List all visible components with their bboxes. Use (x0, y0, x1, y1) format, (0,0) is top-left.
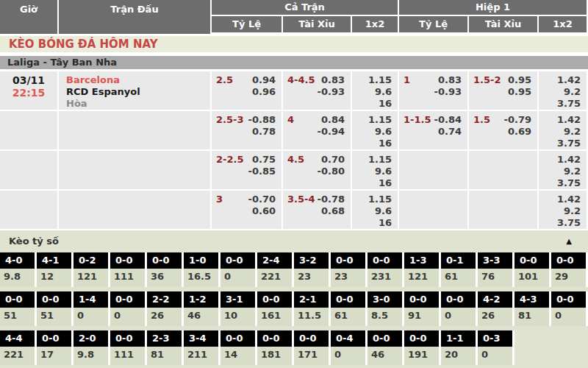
score-cell[interactable]: 3-4211 (184, 330, 220, 365)
score-cell[interactable]: 0-0181 (257, 330, 294, 365)
odds-value[interactable]: -0.93 (434, 86, 462, 98)
score-cell[interactable]: 0-091 (404, 291, 441, 326)
score-cell[interactable]: 4-09.8 (0, 252, 37, 287)
score-cell[interactable]: 2-111.5 (294, 291, 331, 326)
score-cell[interactable]: 0-036 (147, 252, 184, 287)
score-cell[interactable]: 0-051 (37, 291, 74, 326)
score-cell[interactable]: 0-0111 (110, 252, 147, 287)
odds-value[interactable]: 0.95 (508, 86, 531, 98)
score-cell[interactable]: 4-4221 (0, 330, 37, 365)
odds-value[interactable]: 9.6 (352, 205, 392, 217)
score-cell[interactable]: 0-00 (441, 291, 478, 326)
odds-value[interactable]: -0.85 (248, 166, 276, 177)
score-cell[interactable]: 2-226 (147, 291, 184, 326)
odds-value[interactable]: -0.79 (504, 114, 531, 126)
score-cell[interactable]: 0-0171 (294, 330, 331, 365)
odds-value[interactable]: 1.42 (539, 74, 581, 86)
odds-value[interactable]: 9.6 (352, 126, 392, 138)
odds-value[interactable]: 1.15 (352, 114, 392, 126)
odds-value[interactable]: 9.6 (352, 86, 392, 98)
odds-value[interactable]: 0.74 (434, 126, 462, 138)
odds-value[interactable]: 0.69 (504, 126, 531, 138)
score-odds: 26 (147, 308, 182, 326)
score-cell[interactable]: 0-061 (331, 291, 368, 326)
score-cell[interactable]: 0-046 (368, 330, 404, 365)
score-cell[interactable]: 1-246 (184, 291, 220, 326)
collapse-arrow-icon[interactable]: ▲ (566, 230, 572, 252)
score-cell[interactable]: 3-110 (220, 291, 257, 326)
score-cell[interactable]: 0-161 (441, 252, 478, 287)
score-cell[interactable]: 1-016.5 (184, 252, 220, 287)
score-odds: 23 (294, 269, 329, 287)
odds-value[interactable]: 1.42 (539, 154, 581, 166)
score-cell[interactable]: 0-0231 (368, 252, 404, 287)
odds-value[interactable]: 0.60 (248, 205, 276, 217)
odds-value[interactable]: -0.93 (318, 86, 345, 98)
odds-value[interactable]: 16 (352, 177, 392, 189)
score-cell[interactable]: 4-381 (514, 291, 551, 326)
odds-value[interactable]: -0.94 (318, 126, 345, 138)
odds-value[interactable]: 16 (352, 98, 392, 110)
score-cell[interactable]: 3-376 (478, 252, 514, 287)
score-cell[interactable]: 0-014 (220, 330, 257, 365)
odds-value[interactable]: 1.42 (539, 194, 581, 205)
score-cell[interactable]: 1-120 (441, 330, 478, 365)
odds-value[interactable]: -0.70 (248, 194, 276, 205)
score-cell[interactable]: 0-40 (331, 330, 368, 365)
odds-value[interactable]: 3.75 (539, 138, 581, 149)
odds-value[interactable]: 1.15 (352, 194, 392, 205)
odds-value[interactable]: 0.83 (434, 74, 462, 86)
odds-value[interactable]: 3.75 (539, 217, 581, 229)
score-cell[interactable]: 0-0111 (110, 330, 147, 365)
score-cell[interactable]: 0-0191 (404, 330, 441, 365)
odds-value[interactable]: -0.78 (318, 194, 345, 205)
odds-value[interactable]: 0.96 (252, 86, 276, 98)
odds-value[interactable]: 0.94 (252, 74, 276, 86)
odds-value[interactable]: 9.6 (352, 166, 392, 177)
score-cell[interactable]: 2-09.8 (74, 330, 110, 365)
score-cell[interactable]: 0-023 (331, 252, 368, 287)
odds-value[interactable]: 9.2 (539, 126, 581, 138)
score-cell[interactable]: 0-017 (37, 330, 74, 365)
odds-value[interactable]: -0.88 (248, 114, 276, 126)
score-cell[interactable]: 0-30 (478, 330, 514, 365)
odds-value[interactable]: 9.2 (539, 86, 581, 98)
odds-value[interactable]: 3.75 (539, 177, 581, 189)
odds-value[interactable]: 0.83 (318, 74, 345, 86)
score-cell[interactable]: 1-40 (74, 291, 110, 326)
score-cell[interactable]: 0-0161 (257, 291, 294, 326)
score-cell[interactable]: 2-4221 (257, 252, 294, 287)
odds-value[interactable]: 0.84 (318, 114, 345, 126)
odds-value[interactable]: 3.75 (539, 98, 581, 110)
odds-value[interactable]: 16 (352, 217, 392, 229)
score-cell[interactable]: 4-226 (478, 291, 514, 326)
score-cell[interactable]: 0-00 (110, 291, 147, 326)
score-cell[interactable]: 0-051 (0, 291, 37, 326)
odds-value[interactable]: 1.15 (352, 74, 392, 86)
odds-value[interactable]: 16 (352, 138, 392, 149)
odds-value[interactable]: 1.42 (539, 114, 581, 126)
score-cell[interactable]: 1-3121 (404, 252, 441, 287)
score-cell[interactable]: 0-0101 (514, 252, 551, 287)
score-odds: 0 (478, 347, 512, 365)
score-cell[interactable]: 4-112 (37, 252, 74, 287)
odds-value[interactable]: 0.70 (318, 154, 345, 166)
odds-value[interactable]: -0.80 (318, 166, 345, 177)
score-cell[interactable]: 0-00 (220, 252, 257, 287)
odds-value[interactable]: -0.84 (434, 114, 462, 126)
odds-value[interactable]: 1.15 (352, 154, 392, 166)
score-cell[interactable]: 2-381 (147, 330, 184, 365)
odds-value[interactable]: 0.78 (248, 126, 276, 138)
score-cell[interactable]: 0-029 (551, 252, 588, 287)
score-cell[interactable]: 3-08.5 (368, 291, 404, 326)
odds-value[interactable]: 9.2 (539, 166, 581, 177)
odds-value[interactable]: 0.75 (248, 154, 276, 166)
score-cell[interactable]: 0-00 (551, 291, 588, 326)
score-cell[interactable]: 3-223 (294, 252, 331, 287)
odds-value[interactable]: 0.68 (318, 205, 345, 217)
odds-value[interactable]: 9.2 (539, 205, 581, 217)
score-cell[interactable]: 0-2121 (74, 252, 110, 287)
score-odds: 101 (514, 269, 549, 287)
score-odds: 61 (331, 308, 365, 326)
odds-value[interactable]: 0.95 (508, 74, 531, 86)
